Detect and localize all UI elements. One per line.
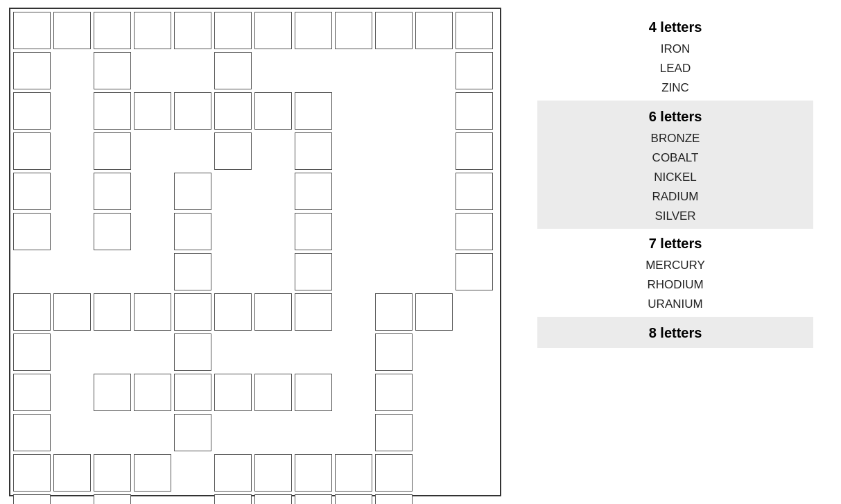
grid-cell[interactable]	[94, 454, 131, 492]
grid-cell[interactable]	[13, 454, 51, 492]
grid-cell[interactable]	[214, 374, 252, 411]
category-7-letters: 7 lettersMERCURYRHODIUMURANIUM	[537, 230, 813, 314]
grid-cell[interactable]	[174, 333, 211, 371]
grid-cell[interactable]	[13, 132, 51, 170]
grid-cell[interactable]	[13, 374, 51, 411]
grid-cell[interactable]	[456, 173, 493, 210]
grid-cell[interactable]	[94, 132, 131, 170]
grid-cell[interactable]	[456, 92, 493, 130]
grid-cell[interactable]	[13, 173, 51, 210]
grid-cell[interactable]	[53, 293, 91, 331]
grid-cell[interactable]	[94, 92, 131, 130]
grid-cell[interactable]	[295, 494, 332, 504]
grid-cell[interactable]	[174, 374, 211, 411]
word-item: IRON	[537, 40, 813, 59]
grid-cell[interactable]	[295, 173, 332, 210]
grid-cell[interactable]	[254, 374, 292, 411]
grid-cell[interactable]	[214, 12, 252, 49]
grid-cell[interactable]	[174, 92, 211, 130]
grid-cell[interactable]	[375, 374, 413, 411]
grid-cell[interactable]	[295, 12, 332, 49]
grid-cell[interactable]	[335, 12, 372, 49]
grid-cell[interactable]	[13, 414, 51, 451]
grid-cell[interactable]	[295, 132, 332, 170]
grid-cell[interactable]	[13, 12, 51, 49]
grid-cell[interactable]	[295, 374, 332, 411]
word-item: URANIUM	[537, 295, 813, 314]
grid-cell[interactable]	[13, 333, 51, 371]
grid-cell[interactable]	[53, 454, 91, 492]
grid-cell[interactable]	[375, 293, 413, 331]
grid-cell[interactable]	[295, 213, 332, 250]
grid-cell[interactable]	[94, 173, 131, 210]
word-item: RHODIUM	[537, 275, 813, 295]
grid-cell[interactable]	[174, 213, 211, 250]
grid-cell[interactable]	[335, 454, 372, 492]
grid-cell[interactable]	[94, 293, 131, 331]
grid-cell[interactable]	[254, 494, 292, 504]
grid-cell[interactable]	[94, 494, 131, 504]
word-item: MERCURY	[537, 256, 813, 275]
grid-cell[interactable]	[13, 494, 51, 504]
grid-cell[interactable]	[335, 494, 372, 504]
grid-cell[interactable]	[94, 52, 131, 89]
grid-cell[interactable]	[134, 293, 171, 331]
grid-cell[interactable]	[456, 132, 493, 170]
grid-cell[interactable]	[456, 52, 493, 89]
grid-cell[interactable]	[214, 454, 252, 492]
grid-cell[interactable]	[375, 414, 413, 451]
grid-cell[interactable]	[174, 12, 211, 49]
grid-cell[interactable]	[94, 213, 131, 250]
grid-cell[interactable]	[174, 293, 211, 331]
grid-cell[interactable]	[134, 374, 171, 411]
grid-cell[interactable]	[13, 293, 51, 331]
grid-cell[interactable]	[214, 494, 252, 504]
category-header-4-letters: 4 letters	[537, 14, 813, 40]
grid-cell[interactable]	[214, 92, 252, 130]
grid-cell[interactable]	[295, 92, 332, 130]
category-header-6-letters: 6 letters	[537, 103, 813, 129]
grid-container	[10, 9, 500, 495]
word-item: ZINC	[537, 78, 813, 98]
grid-cell[interactable]	[295, 454, 332, 492]
grid-cell[interactable]	[456, 12, 493, 49]
grid-cell[interactable]	[415, 12, 453, 49]
word-item: BRONZE	[537, 129, 813, 148]
grid-cell[interactable]	[13, 52, 51, 89]
grid-cell[interactable]	[295, 253, 332, 290]
grid-cell[interactable]	[254, 454, 292, 492]
word-item: NICKEL	[537, 168, 813, 187]
grid-cell[interactable]	[456, 213, 493, 250]
grid-cell[interactable]	[254, 12, 292, 49]
grid-cell[interactable]	[134, 12, 171, 49]
grid-cell[interactable]	[134, 92, 171, 130]
grid-cell[interactable]	[174, 173, 211, 210]
grid-cell[interactable]	[134, 454, 171, 492]
wordlist-panel: 4 lettersIRONLEADZINC6 lettersBRONZECOBA…	[510, 0, 841, 504]
grid-cell[interactable]	[214, 132, 252, 170]
grid-cell[interactable]	[375, 333, 413, 371]
word-item: RADIUM	[537, 187, 813, 207]
category-header-8-letters: 8 letters	[537, 320, 813, 345]
grid-cell[interactable]	[254, 293, 292, 331]
grid-cell[interactable]	[94, 12, 131, 49]
grid-cell[interactable]	[214, 52, 252, 89]
grid-cell[interactable]	[295, 293, 332, 331]
grid-cell[interactable]	[254, 92, 292, 130]
grid-cell[interactable]	[375, 454, 413, 492]
grid-cell[interactable]	[174, 414, 211, 451]
word-item: LEAD	[537, 59, 813, 78]
grid-cell[interactable]	[174, 253, 211, 290]
category-header-7-letters: 7 letters	[537, 230, 813, 256]
grid-cell[interactable]	[94, 374, 131, 411]
crossword-grid	[9, 8, 501, 496]
category-4-letters: 4 lettersIRONLEADZINC	[537, 14, 813, 98]
grid-cell[interactable]	[415, 293, 453, 331]
grid-cell[interactable]	[375, 494, 413, 504]
grid-cell[interactable]	[13, 92, 51, 130]
grid-cell[interactable]	[375, 12, 413, 49]
grid-cell[interactable]	[214, 293, 252, 331]
grid-cell[interactable]	[13, 213, 51, 250]
grid-cell[interactable]	[456, 253, 493, 290]
grid-cell[interactable]	[53, 12, 91, 49]
